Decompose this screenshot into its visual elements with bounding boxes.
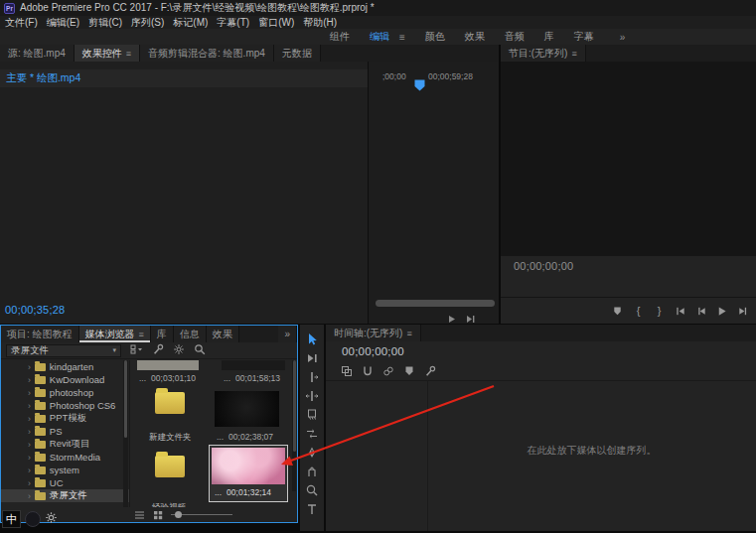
add-marker-icon[interactable] — [403, 363, 415, 381]
menu-clip[interactable]: 剪辑(C) — [88, 16, 122, 30]
workspace-editing[interactable]: 编辑 — [370, 30, 389, 44]
tree-item-kwdownload[interactable]: › KwDownload — [1, 373, 129, 386]
rolling-edit-tool-icon[interactable] — [304, 388, 320, 404]
location-dropdown[interactable]: 录屏文件 ▾ — [6, 344, 121, 357]
menu-file[interactable]: 文件(F) — [5, 16, 38, 30]
step-forward-icon[interactable] — [736, 305, 749, 318]
tree-item-revit[interactable]: › Revit项目 — [1, 438, 129, 451]
clip-thumbnail-dark[interactable] — [215, 391, 279, 427]
step-back-icon[interactable] — [694, 305, 707, 318]
playhead-marker-icon[interactable] — [414, 77, 425, 95]
panel-menu-icon[interactable]: ≡ — [139, 330, 144, 339]
menu-window[interactable]: 窗口(W) — [258, 16, 294, 30]
panel-menu-icon[interactable]: ≡ — [126, 49, 131, 59]
linked-selection-icon[interactable] — [382, 363, 394, 381]
tree-item-system[interactable]: › system — [1, 464, 129, 476]
go-to-in-icon[interactable] — [674, 305, 686, 318]
search-icon[interactable] — [194, 341, 206, 359]
chevron-right-icon[interactable]: › — [28, 401, 31, 411]
tab-info[interactable]: 信息 — [174, 326, 207, 342]
menu-title[interactable]: 字幕(T) — [217, 16, 249, 30]
tree-item-uc[interactable]: › UC — [1, 476, 129, 489]
chevron-right-icon[interactable]: › — [28, 375, 31, 385]
folder-icon-experience-video[interactable] — [155, 456, 185, 477]
tab-audio-clip-mixer[interactable]: 音频剪辑混合器: 绘图.mp4 — [140, 45, 274, 62]
ime-language-button[interactable]: 中 — [2, 510, 21, 528]
list-view-icon[interactable] — [134, 506, 145, 524]
type-tool-icon[interactable] — [304, 501, 320, 517]
panel-menu-icon[interactable]: ≡ — [406, 329, 411, 338]
wrench-icon[interactable] — [152, 341, 164, 359]
effect-controls-current-timecode[interactable]: 00;00;35;28 — [5, 304, 65, 316]
tab-effect-controls[interactable]: 效果控件 ≡ — [75, 45, 140, 62]
filter-icon[interactable] — [173, 341, 185, 359]
tab-effects[interactable]: 效果 — [207, 326, 239, 342]
tree-item-photoshop-cs6[interactable]: › Photoshop CS6 — [1, 399, 129, 412]
tab-overflow-icon[interactable]: » — [278, 326, 297, 342]
play-clip-video-icon[interactable] — [448, 310, 456, 324]
tree-item-kindgarten[interactable]: › kindgarten — [1, 360, 129, 373]
tab-libraries[interactable]: 库 — [151, 326, 174, 342]
workspace-color[interactable]: 颜色 — [425, 30, 445, 44]
menu-sequence[interactable]: 序列(S) — [131, 16, 164, 30]
panel-menu-icon[interactable]: ≡ — [571, 49, 576, 59]
tree-item-photoshop[interactable]: › photoshop — [1, 386, 129, 399]
horizontal-scrollbar[interactable] — [376, 300, 495, 307]
chevron-right-icon[interactable]: › — [28, 388, 31, 398]
tree-item-stormmedia[interactable]: › StormMedia — [1, 451, 129, 464]
mark-out-icon[interactable]: } — [653, 305, 666, 318]
chevron-right-icon[interactable]: › — [28, 466, 31, 475]
timeline-drop-zone[interactable]: 在此处放下媒体以创建序列。 — [427, 444, 756, 458]
clip-thumbnail-partial[interactable] — [222, 360, 285, 370]
tab-media-browser[interactable]: 媒体浏览器 ≡ — [79, 326, 151, 342]
tab-timeline[interactable]: 时间轴:(无序列) ≡ — [326, 325, 421, 341]
tree-item-recording-files[interactable]: › 录屏文件 — [1, 489, 129, 502]
workspace-libraries[interactable]: 库 — [544, 30, 554, 44]
workspace-titles[interactable]: 字幕 — [574, 30, 594, 44]
chevron-right-icon[interactable]: › — [28, 414, 31, 424]
ime-settings-gear-icon[interactable] — [45, 510, 58, 528]
tree-scrollbar-thumb[interactable] — [124, 360, 127, 438]
chevron-right-icon[interactable]: › — [28, 362, 31, 372]
clip-thumbnail-blossom[interactable] — [212, 448, 285, 484]
menu-marker[interactable]: 标记(M) — [173, 16, 208, 30]
hand-tool-icon[interactable] — [304, 464, 320, 479]
zoom-slider-knob[interactable] — [175, 511, 182, 518]
grid-scrollbar-thumb[interactable] — [293, 360, 296, 452]
selection-tool-icon[interactable] — [304, 332, 320, 347]
timeline-settings-wrench-icon[interactable] — [424, 363, 436, 381]
menu-help[interactable]: 帮助(H) — [303, 16, 337, 30]
chevron-right-icon[interactable]: › — [28, 427, 31, 437]
workspace-effects[interactable]: 效果 — [465, 30, 485, 44]
clip-thumbnail-partial[interactable] — [137, 360, 199, 370]
icon-view-icon[interactable] — [153, 506, 163, 524]
chevron-right-icon[interactable]: › — [28, 453, 31, 463]
chevron-right-icon[interactable]: › — [28, 440, 31, 450]
selected-clip-item[interactable]: ... 00;01;32;14 — [209, 445, 288, 502]
track-select-forward-tool-icon[interactable] — [304, 350, 320, 366]
grid-scrollbar[interactable] — [292, 360, 296, 491]
pen-tool-icon[interactable] — [304, 445, 320, 461]
tab-metadata[interactable]: 元数据 — [274, 45, 321, 62]
tab-source-monitor[interactable]: 源: 绘图.mp4 — [0, 45, 75, 62]
program-timecode[interactable]: 00;00;00;00 — [514, 260, 573, 272]
view-selector-icon[interactable] — [130, 341, 143, 359]
chevron-right-icon[interactable]: › — [28, 478, 31, 488]
ime-mode-icon[interactable] — [25, 511, 41, 527]
folder-icon-new-folder[interactable] — [155, 392, 185, 414]
snap-icon[interactable] — [362, 363, 374, 381]
folder-label[interactable]: 新建文件夹 — [149, 432, 192, 444]
tree-item-ppt-template[interactable]: › PPT模板 — [1, 412, 129, 425]
tree-item-ps[interactable]: › PS — [1, 425, 129, 438]
workspace-menu-icon[interactable]: ≡ — [399, 32, 405, 43]
zoom-tool-icon[interactable] — [304, 482, 320, 498]
workspace-overflow-icon[interactable]: » — [620, 32, 626, 43]
timeline-timecode[interactable]: 00;00;00;00 — [342, 345, 404, 357]
insert-as-nest-icon[interactable] — [341, 363, 353, 381]
chevron-right-icon[interactable]: › — [28, 491, 31, 501]
thumbnail-zoom-slider[interactable] — [171, 514, 232, 515]
tab-program-monitor[interactable]: 节目:(无序列) ≡ — [501, 45, 586, 62]
tab-project[interactable]: 项目: 绘图教程 — [1, 326, 79, 342]
mark-in-icon[interactable]: { — [632, 305, 645, 318]
workspace-audio[interactable]: 音频 — [505, 30, 525, 44]
